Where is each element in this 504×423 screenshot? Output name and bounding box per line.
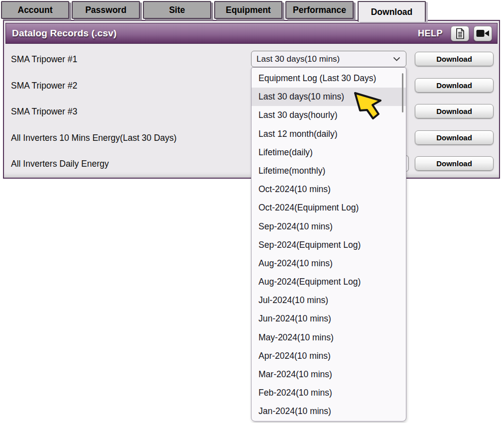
dropdown-option[interactable]: Last 12 month(daily) — [252, 125, 406, 143]
tab-label: Equipment — [226, 5, 270, 15]
dropdown-option[interactable]: Last 30 days(10 mins) — [252, 88, 406, 106]
row-label: All Inverters Daily Energy — [11, 159, 109, 169]
dropdown-option[interactable]: Oct-2024(10 mins) — [252, 180, 406, 199]
tab-label: Download — [371, 7, 413, 17]
row-label: SMA Tripower #2 — [11, 80, 77, 91]
dropdown-option[interactable]: Sep-2024(10 mins) — [252, 217, 406, 236]
dropdown-option[interactable]: Last 30 days(hourly) — [252, 106, 406, 124]
download-button[interactable]: Download — [415, 78, 494, 93]
dropdown-option[interactable]: Jun-2024(10 mins) — [252, 310, 406, 328]
dropdown-option[interactable]: Sep-2024(Equipment Log) — [252, 236, 406, 254]
tab-site[interactable]: Site — [143, 1, 211, 19]
dropdown-option[interactable]: Lifetime(daily) — [252, 143, 406, 162]
dropdown-option[interactable]: Apr-2024(10 mins) — [252, 347, 406, 365]
dropdown-option[interactable]: Jan-2024(10 mins) — [252, 402, 406, 421]
download-button[interactable]: Download — [415, 156, 494, 171]
datalog-row: SMA Tripower #1 Last 30 days(10 mins) Do… — [0, 51, 504, 68]
dropdown-option[interactable]: Lifetime(monthly) — [252, 162, 406, 180]
dropdown-option[interactable]: Feb-2024(10 mins) — [252, 384, 406, 402]
tab-label: Site — [169, 5, 185, 15]
tab-performance[interactable]: Performance — [285, 1, 354, 19]
dropdown-option[interactable]: Jul-2024(10 mins) — [252, 291, 406, 310]
dropdown-option[interactable]: Equipment Log (Last 30 Days) — [252, 69, 406, 88]
download-button[interactable]: Download — [415, 130, 494, 145]
row-label: SMA Tripower #1 — [11, 54, 77, 65]
video-camera-icon[interactable] — [474, 26, 492, 41]
tab-label: Password — [85, 5, 126, 15]
dropdown-option[interactable]: Mar-2024(10 mins) — [252, 365, 406, 384]
dropdown-option[interactable]: Oct-2024(Equipment Log) — [252, 199, 406, 217]
dropdown-option[interactable]: Aug-2024(10 mins) — [252, 254, 406, 273]
period-select[interactable]: Last 30 days(10 mins) — [251, 51, 406, 67]
chevron-down-icon — [393, 57, 400, 61]
tab-download[interactable]: Download — [358, 1, 426, 22]
dropdown-option[interactable]: May-2024(10 mins) — [252, 328, 406, 347]
download-button[interactable]: Download — [415, 52, 494, 66]
dropdown-option[interactable]: Aug-2024(Equipment Log) — [252, 273, 406, 291]
select-value: Last 30 days(10 mins) — [256, 54, 393, 64]
row-label: SMA Tripower #3 — [11, 106, 77, 117]
document-icon[interactable] — [451, 26, 469, 41]
dropdown-scrollbar-thumb[interactable] — [402, 73, 403, 112]
panel-title: Datalog Records (.csv) — [12, 28, 418, 39]
period-dropdown-list: Equipment Log (Last 30 Days)Last 30 days… — [251, 67, 406, 422]
download-page: AccountPasswordSiteEquipmentPerformanceD… — [0, 0, 504, 423]
help-link[interactable]: HELP — [418, 28, 443, 39]
tab-label: Performance — [293, 5, 346, 15]
panel-header: Datalog Records (.csv) HELP — [5, 23, 498, 44]
tab-password[interactable]: Password — [72, 1, 140, 19]
tab-equipment[interactable]: Equipment — [214, 1, 282, 19]
row-label: All Inverters 10 Mins Energy(Last 30 Day… — [11, 132, 177, 143]
tab-label: Account — [18, 5, 53, 15]
download-button[interactable]: Download — [415, 104, 494, 118]
tab-account[interactable]: Account — [1, 1, 69, 19]
